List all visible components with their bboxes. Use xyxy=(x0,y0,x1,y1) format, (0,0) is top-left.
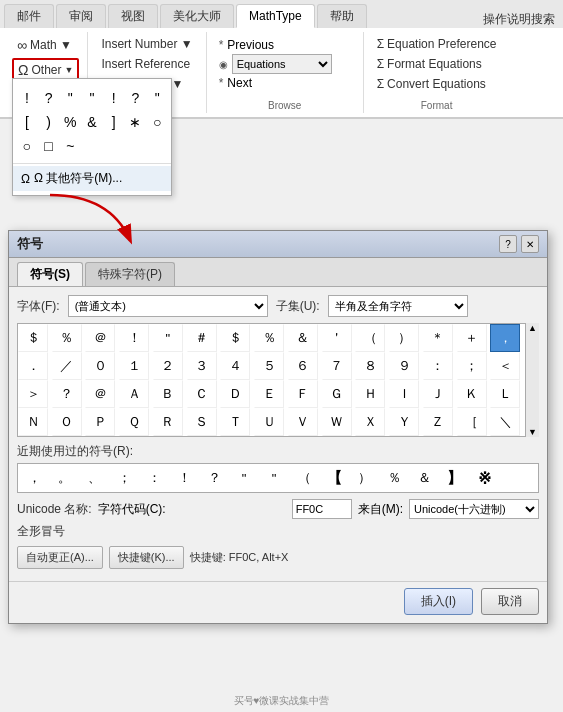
recent-colon[interactable]: ： xyxy=(140,466,168,490)
sym-3-fw[interactable]: ３ xyxy=(187,352,217,380)
sym-C-fw[interactable]: Ｃ xyxy=(187,380,217,408)
sym-exclaim2[interactable]: ! xyxy=(104,87,124,109)
recent-enum[interactable]: 、 xyxy=(80,466,108,490)
sym-8-fw[interactable]: ８ xyxy=(355,352,385,380)
dialog-help-button[interactable]: ? xyxy=(499,235,517,253)
sym-G-fw[interactable]: Ｇ xyxy=(322,380,352,408)
sym-K-fw[interactable]: Ｋ xyxy=(457,380,487,408)
sym-question2[interactable]: ? xyxy=(126,87,146,109)
sym-ampersand[interactable]: & xyxy=(82,111,102,133)
recent-semi[interactable]: ； xyxy=(110,466,138,490)
sym-6-fw[interactable]: ６ xyxy=(288,352,318,380)
recent-reference[interactable]: ※ xyxy=(470,466,498,490)
sym-at2-fw[interactable]: ＠ xyxy=(85,380,115,408)
sym-A-fw[interactable]: Ａ xyxy=(119,380,149,408)
sym-question1[interactable]: ? xyxy=(39,87,59,109)
sym-gt-fw[interactable]: ＞ xyxy=(18,380,48,408)
sym-0-fw[interactable]: ０ xyxy=(85,352,115,380)
dialog-close-button[interactable]: ✕ xyxy=(521,235,539,253)
sym-circle1[interactable]: ○ xyxy=(147,111,167,133)
shortcut-key-button[interactable]: 快捷键(K)... xyxy=(109,546,184,569)
fmt-eq-button[interactable]: Σ Format Equations xyxy=(372,54,487,74)
sym-lt-fw[interactable]: ＜ xyxy=(490,352,520,380)
sym-tilde[interactable]: ~ xyxy=(60,135,80,157)
sym-Q-fw[interactable]: Ｑ xyxy=(119,408,149,436)
sym-5-fw[interactable]: ５ xyxy=(254,352,284,380)
insert-button[interactable]: 插入(I) xyxy=(404,588,473,615)
sym-E-fw[interactable]: Ｅ xyxy=(254,380,284,408)
sym-colon-fw[interactable]: ： xyxy=(423,352,453,380)
sym-rdquo[interactable]: " xyxy=(82,87,102,109)
tab-view[interactable]: 视图 xyxy=(108,4,158,28)
sym-4-fw[interactable]: ４ xyxy=(220,352,250,380)
sym-lbracket-fw[interactable]: ［ xyxy=(457,408,487,436)
sym-R-fw[interactable]: Ｒ xyxy=(153,408,183,436)
sym-F-fw[interactable]: Ｆ xyxy=(288,380,318,408)
conv-eq-button[interactable]: Σ Convert Equations xyxy=(372,74,491,94)
sym-plus-fw[interactable]: ＋ xyxy=(457,324,487,352)
eq-pref-button[interactable]: Σ Equation Preference xyxy=(372,34,502,54)
recent-lbracket-fw[interactable]: 【 xyxy=(320,466,348,490)
sym-excl-fw[interactable]: ！ xyxy=(119,324,149,352)
sym-rbracket[interactable]: ] xyxy=(104,111,124,133)
sym-X-fw[interactable]: Ｘ xyxy=(355,408,385,436)
sym-W-fw[interactable]: Ｗ xyxy=(322,408,352,436)
sym-rparen-fw[interactable]: ） xyxy=(389,324,419,352)
sym-D-fw[interactable]: Ｄ xyxy=(220,380,250,408)
sym-L-fw[interactable]: Ｌ xyxy=(490,380,520,408)
sym-J-fw[interactable]: Ｊ xyxy=(423,380,453,408)
autocorrect-button[interactable]: 自动更正(A)... xyxy=(17,546,103,569)
recent-lparen-fw[interactable]: （ xyxy=(290,466,318,490)
insert-number-button[interactable]: Insert Number ▼ xyxy=(96,34,197,54)
sym-P-fw[interactable]: Ｐ xyxy=(85,408,115,436)
sym-quest-fw[interactable]: ？ xyxy=(52,380,82,408)
tab-mathtype[interactable]: MathType xyxy=(236,4,315,28)
sym-I-fw[interactable]: Ｉ xyxy=(389,380,419,408)
recent-ldquote[interactable]: " xyxy=(230,466,258,490)
sym-backslash-fw[interactable]: ＼ xyxy=(490,408,520,436)
sym-circle2[interactable]: ○ xyxy=(17,135,37,157)
sym-N-fw[interactable]: Ｎ xyxy=(18,408,48,436)
sym-semi-fw[interactable]: ； xyxy=(457,352,487,380)
char-code-input[interactable] xyxy=(292,499,352,519)
other-symbols-item[interactable]: Ω Ω 其他符号(M)... xyxy=(13,166,171,191)
sym-dollar2-fw[interactable]: ＄ xyxy=(220,324,250,352)
sym-rparen[interactable]: ) xyxy=(39,111,59,133)
sym-percent-fw[interactable]: ％ xyxy=(52,324,82,352)
sym-H-fw[interactable]: Ｈ xyxy=(355,380,385,408)
sym-exclaim1[interactable]: ! xyxy=(17,87,37,109)
recent-rdquote[interactable]: " xyxy=(260,466,288,490)
tab-beautify[interactable]: 美化大师 xyxy=(160,4,234,28)
sym-dollar-fw[interactable]: ＄ xyxy=(18,324,48,352)
sym-T-fw[interactable]: Ｔ xyxy=(220,408,250,436)
sym-percent2-fw[interactable]: ％ xyxy=(254,324,284,352)
sym-V-fw[interactable]: Ｖ xyxy=(288,408,318,436)
sym-O-fw[interactable]: Ｏ xyxy=(52,408,82,436)
sym-quote[interactable]: " xyxy=(147,87,167,109)
sym-U-fw[interactable]: Ｕ xyxy=(254,408,284,436)
recent-period[interactable]: 。 xyxy=(50,466,78,490)
sym-percent[interactable]: % xyxy=(60,111,80,133)
tab-special-chars[interactable]: 特殊字符(P) xyxy=(85,262,175,286)
math-button[interactable]: ∞ Math ▼ xyxy=(12,34,77,56)
recent-rparen-fw[interactable]: ） xyxy=(350,466,378,490)
sym-hash-fw[interactable]: ＃ xyxy=(187,324,217,352)
tab-symbols[interactable]: 符号(S) xyxy=(17,262,83,286)
sym-lparen-fw[interactable]: （ xyxy=(355,324,385,352)
sym-slash-fw[interactable]: ／ xyxy=(52,352,82,380)
tab-mail[interactable]: 邮件 xyxy=(4,4,54,28)
sym-apos-fw[interactable]: ＇ xyxy=(322,324,352,352)
tab-review[interactable]: 审阅 xyxy=(56,4,106,28)
sym-B-fw[interactable]: Ｂ xyxy=(153,380,183,408)
insert-ref-button[interactable]: Insert Reference xyxy=(96,54,195,74)
recent-amp-fw[interactable]: ＆ xyxy=(410,466,438,490)
recent-rbracket-fw[interactable]: 】 xyxy=(440,466,468,490)
cancel-button[interactable]: 取消 xyxy=(481,588,539,615)
scrollbar-up-btn[interactable]: ▲ xyxy=(526,323,539,333)
sym-square[interactable]: □ xyxy=(39,135,59,157)
sym-amp-fw[interactable]: ＆ xyxy=(288,324,318,352)
sym-period-fw[interactable]: ． xyxy=(18,352,48,380)
sym-Y-fw[interactable]: Ｙ xyxy=(389,408,419,436)
sym-lbracket[interactable]: [ xyxy=(17,111,37,133)
subset-select[interactable]: 半角及全角字符 xyxy=(328,295,468,317)
